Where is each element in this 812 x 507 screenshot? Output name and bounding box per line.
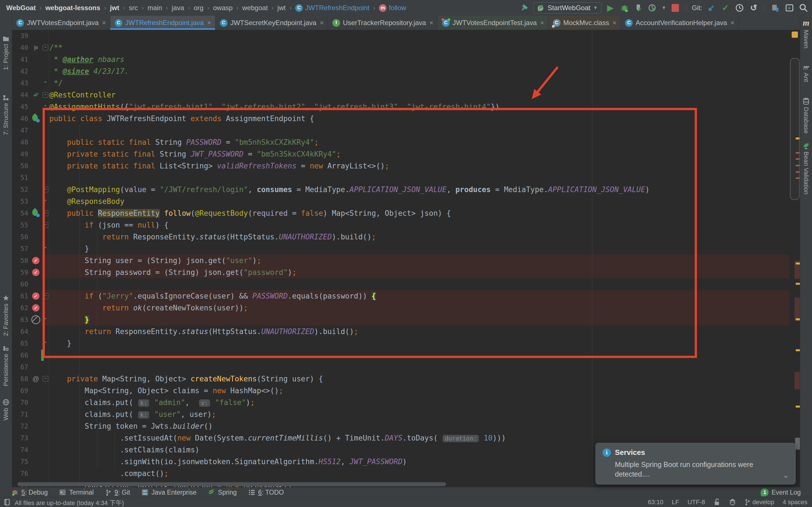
search-everywhere-icon[interactable] bbox=[799, 3, 809, 13]
spring-bean-icon[interactable] bbox=[32, 115, 40, 122]
breadcrumb-item-jwt[interactable]: jwt bbox=[110, 4, 119, 12]
profiler-chevron-icon[interactable]: ▼ bbox=[662, 5, 666, 10]
tab-close-icon[interactable]: × bbox=[730, 19, 734, 26]
error-stripe-mark[interactable] bbox=[792, 32, 798, 38]
tool-stripe-button-ant[interactable]: Ant bbox=[800, 64, 812, 82]
event-log-button[interactable]: 1 Event Log bbox=[761, 489, 801, 496]
code-line-43: 43⌃ */ bbox=[12, 77, 800, 89]
tool-stripe-button-1-project[interactable]: 1: Project bbox=[0, 36, 12, 70]
horizontal-scrollbar[interactable] bbox=[17, 482, 446, 486]
vertical-scrollbar[interactable] bbox=[790, 58, 800, 200]
breadcrumb-item-src[interactable]: src bbox=[129, 4, 138, 12]
lock-icon[interactable] bbox=[714, 499, 720, 506]
spring-bean-icon[interactable] bbox=[32, 209, 40, 217]
debug-button[interactable] bbox=[619, 3, 629, 13]
file-encoding[interactable]: UTF-8 bbox=[688, 499, 705, 506]
stop-button[interactable] bbox=[670, 3, 680, 13]
build-hammer-icon[interactable] bbox=[519, 3, 529, 13]
git-commit-button[interactable]: ✓ bbox=[720, 3, 730, 13]
hector-inspector-icon[interactable] bbox=[729, 499, 736, 506]
tab-close-icon[interactable]: × bbox=[429, 19, 434, 26]
error-stripe-mark[interactable] bbox=[796, 349, 800, 351]
fold-marker[interactable]: − bbox=[42, 373, 49, 385]
run-button[interactable]: ▶ bbox=[605, 3, 615, 13]
editor-tab-jwtvotesendpoint-java[interactable]: CJWTVotesEndpoint.java× bbox=[12, 16, 110, 30]
tool-window-switcher-icon[interactable] bbox=[4, 499, 11, 506]
profiler-button[interactable] bbox=[648, 3, 658, 13]
indent-setting[interactable]: 4 spaces bbox=[783, 499, 808, 506]
editor-tab-jwtrefreshendpoint-java[interactable]: CJWTRefreshEndpoint.java× bbox=[110, 16, 215, 30]
caret-position[interactable]: 63:10 bbox=[648, 499, 663, 506]
expand-chevron-icon[interactable]: ⌄ bbox=[783, 470, 789, 480]
tool-window-button-terminal[interactable]: >_Terminal bbox=[59, 489, 94, 496]
tool-stripe-button-web[interactable]: Web bbox=[0, 399, 12, 420]
fold-marker[interactable]: − bbox=[42, 89, 49, 101]
breakpoint-icon[interactable]: ✓ bbox=[32, 292, 40, 300]
breadcrumb-item-webgoat[interactable]: webgoat bbox=[242, 4, 268, 12]
tab-close-icon[interactable]: × bbox=[540, 19, 544, 26]
tool-stripe-button-persistence[interactable]: Persistence bbox=[0, 345, 12, 386]
fold-marker[interactable]: ⌃ bbox=[42, 77, 49, 89]
editor-tab-mockmvc-class[interactable]: CMockMvc.class× bbox=[548, 16, 621, 30]
line-ending[interactable]: LF bbox=[672, 499, 679, 506]
project-structure-icon[interactable] bbox=[770, 3, 780, 13]
error-stripe-mark[interactable] bbox=[795, 438, 800, 450]
fold-marker[interactable]: − bbox=[42, 42, 49, 54]
breadcrumb-item-org[interactable]: org bbox=[194, 4, 204, 12]
rollback-button[interactable]: ↺ bbox=[749, 3, 759, 13]
breadcrumb-item-jwt[interactable]: jwt bbox=[277, 4, 286, 12]
tool-window-label: 5: Debug bbox=[21, 489, 48, 496]
breadcrumb-item-owasp[interactable]: owasp bbox=[213, 4, 233, 12]
error-stripe-mark[interactable] bbox=[795, 297, 800, 321]
tool-window-button-git[interactable]: 9: Git bbox=[105, 489, 130, 496]
notification-balloon[interactable]: i Services Multiple Spring Boot run conf… bbox=[596, 443, 796, 485]
breadcrumb-item-main[interactable]: main bbox=[147, 4, 162, 12]
breadcrumb-item-follow[interactable]: mfollow bbox=[379, 4, 406, 12]
breadcrumb-item-jwtrefreshendpoint[interactable]: CJWTRefreshEndpoint bbox=[295, 4, 369, 12]
breakpoint-icon[interactable]: ✓ bbox=[32, 257, 40, 264]
error-stripe-mark[interactable] bbox=[795, 372, 800, 389]
git-branch-widget[interactable]: develop bbox=[745, 499, 774, 506]
tool-stripe-button-2-favorites[interactable]: 2: Favorites bbox=[0, 295, 12, 336]
tool-stripe-button-database[interactable]: Database bbox=[800, 98, 812, 133]
breadcrumb-item-webgoat[interactable]: WebGoat bbox=[6, 4, 36, 12]
editor-tab-accountverificationhelper-java[interactable]: CAccountVerificationHelper.java× bbox=[620, 16, 739, 30]
tool-window-button-debug[interactable]: 5: Debug bbox=[11, 489, 48, 496]
tool-stripe-button-7-structure[interactable]: 7: Structure bbox=[0, 95, 12, 135]
tab-label: UserTrackerRepository.java bbox=[343, 19, 426, 27]
line-number: 53 bbox=[12, 195, 28, 207]
tab-close-icon[interactable]: × bbox=[320, 19, 324, 26]
tool-stripe-button-maven[interactable]: mMaven bbox=[800, 18, 812, 48]
error-stripe-mark[interactable] bbox=[796, 318, 800, 320]
class-icon: C bbox=[115, 19, 122, 27]
breadcrumb-item-java[interactable]: java bbox=[172, 4, 184, 12]
tab-close-icon[interactable]: × bbox=[102, 19, 106, 26]
error-stripe-mark[interactable] bbox=[796, 406, 800, 407]
main-toolbar: WebGoat›webgoat-lessons›jwt›src›main›jav… bbox=[0, 0, 812, 16]
error-stripe-mark[interactable] bbox=[796, 283, 800, 285]
git-update-button[interactable]: ↙ bbox=[706, 3, 716, 13]
error-stripe-mark[interactable] bbox=[796, 263, 800, 265]
disabled-breakpoint-icon[interactable] bbox=[31, 315, 40, 324]
tool-stripe-button-bean-validation[interactable]: Bean Validation bbox=[800, 143, 812, 194]
tab-close-icon[interactable]: × bbox=[207, 19, 211, 26]
history-button[interactable] bbox=[734, 3, 745, 13]
breadcrumb-item-webgoat-lessons[interactable]: webgoat-lessons bbox=[45, 4, 100, 12]
code-line-42: 42 * @since 4/23/17. bbox=[12, 65, 800, 77]
annotation-highlight-box bbox=[43, 108, 697, 358]
line-number: 43 bbox=[12, 77, 28, 89]
tool-window-button-java-enterprise[interactable]: Java Enterprise bbox=[141, 489, 197, 496]
spring-component-icon[interactable]: ✓✓ bbox=[33, 91, 39, 99]
tool-window-button-todo[interactable]: 6: TODO bbox=[248, 489, 284, 496]
editor-tab-jwtvotesendpointtest-java[interactable]: CJWTVotesEndpointTest.java× bbox=[438, 16, 548, 30]
breakpoint-icon[interactable]: ✓ bbox=[32, 304, 40, 312]
tool-window-button-spring[interactable]: Spring bbox=[208, 489, 237, 496]
editor-tab-usertrackerrepository-java[interactable]: IUserTrackerRepository.java× bbox=[328, 16, 438, 30]
run-window-icon[interactable] bbox=[784, 3, 795, 13]
tab-close-icon[interactable]: × bbox=[612, 19, 616, 26]
run-configuration-select[interactable]: StartWebGoat ▼ bbox=[533, 2, 601, 13]
run-with-coverage-button[interactable] bbox=[633, 3, 644, 13]
breakpoint-icon[interactable]: ✓ bbox=[32, 269, 40, 276]
sort-gutter-icon[interactable]: |≡ bbox=[34, 45, 38, 51]
editor-tab-jwtsecretkeyendpoint-java[interactable]: CJWTSecretKeyEndpoint.java× bbox=[215, 16, 328, 30]
